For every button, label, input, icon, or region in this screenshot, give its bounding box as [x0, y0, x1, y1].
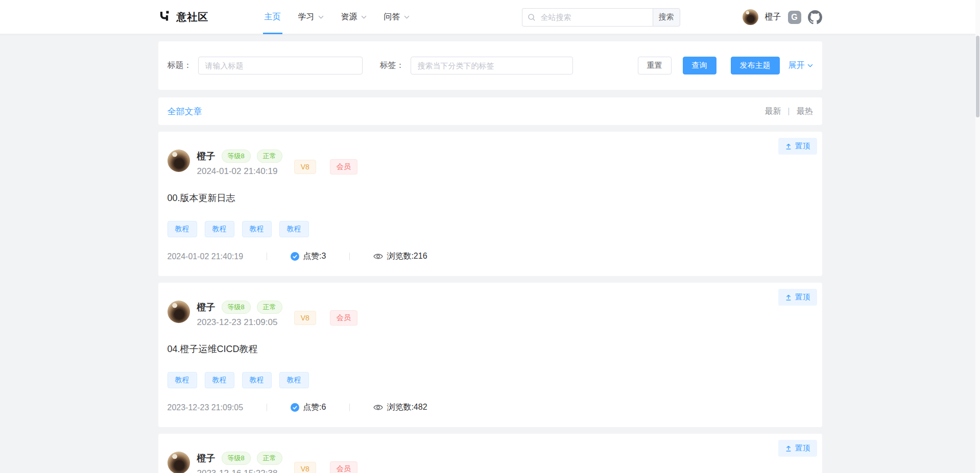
level-badge: 等级8 [222, 452, 251, 465]
views-stat: 浏览数:482 [373, 402, 427, 413]
sort-latest[interactable]: 最新 [764, 106, 781, 117]
post-tags: 教程教程教程教程 [168, 372, 813, 388]
title-filter-label: 标题： [168, 60, 192, 71]
nav-tab-resources[interactable]: 资源 [332, 0, 375, 34]
user-area: 橙子 G [743, 9, 822, 25]
footer-divider [349, 404, 350, 411]
likes-label: 点赞:6 [303, 402, 326, 413]
vip-badge: V8 [294, 462, 316, 473]
post-date: 2023-12-23 21:09:05 [197, 317, 282, 328]
nav-tab-label: 资源 [341, 12, 357, 22]
article-list-header: 全部文章 最新 | 最热 [158, 97, 822, 125]
search-input[interactable] [522, 8, 653, 27]
chevron-down-icon [807, 64, 813, 67]
author-avatar[interactable] [168, 452, 190, 473]
check-circle-icon [291, 403, 299, 412]
tag-filter-label: 标签： [380, 60, 404, 71]
post-card: 置顶 橙子 等级8 正常 2023-12-16 15:22:38 V8 会员 [158, 434, 822, 473]
all-articles-tab[interactable]: 全部文章 [168, 106, 202, 117]
tag-filter-input[interactable] [411, 57, 573, 74]
query-button[interactable]: 查询 [683, 57, 716, 74]
post-tag[interactable]: 教程 [242, 372, 272, 388]
post-tag[interactable]: 教程 [205, 221, 234, 237]
author-name[interactable]: 橙子 [197, 301, 216, 313]
post-card: 置顶 橙子 等级8 正常 2023-12-23 21:09:05 V8 会员 0… [158, 283, 822, 427]
post-tag[interactable]: 教程 [168, 221, 197, 237]
pin-label: 置顶 [795, 141, 810, 151]
chevron-down-icon [361, 15, 367, 19]
post-footer: 2024-01-02 21:40:19 点赞:3 浏览数:216 [168, 251, 813, 262]
post-tag[interactable]: 教程 [242, 221, 272, 237]
level-badge: 等级8 [222, 301, 251, 314]
post-date: 2024-01-02 21:40:19 [197, 166, 282, 177]
nav-tab-qa[interactable]: 问答 [375, 0, 418, 34]
post-tag[interactable]: 教程 [279, 372, 309, 388]
site-title: 意社区 [177, 10, 209, 24]
publish-topic-button[interactable]: 发布主题 [731, 57, 780, 74]
likes-stat: 点赞:3 [291, 251, 326, 262]
scrollbar-track [975, 0, 980, 473]
user-avatar[interactable] [743, 9, 758, 25]
nav-tab-learn[interactable]: 学习 [290, 0, 332, 34]
author-name[interactable]: 橙子 [197, 452, 216, 464]
pin-button[interactable]: 置顶 [778, 138, 817, 155]
search-button[interactable]: 搜索 [653, 8, 680, 27]
post-tag[interactable]: 教程 [205, 372, 234, 388]
views-stat: 浏览数:216 [373, 251, 427, 262]
sort-divider: | [787, 107, 790, 116]
footer-divider [349, 253, 350, 260]
nav-tab-label: 问答 [384, 12, 400, 22]
eye-icon [373, 253, 383, 260]
member-badge: 会员 [330, 159, 357, 175]
site-brand[interactable]: 意社区 [158, 10, 209, 25]
expand-label: 展开 [788, 60, 805, 71]
vip-badge: V8 [294, 160, 316, 174]
pin-button[interactable]: 置顶 [778, 289, 817, 306]
filter-bar: 标题： 标签： 重置 查询 发布主题 展开 [158, 41, 822, 90]
sort-hottest[interactable]: 最热 [797, 106, 813, 117]
gitee-icon[interactable]: G [788, 11, 801, 24]
post-card: 置顶 橙子 等级8 正常 2024-01-02 21:40:19 V8 会员 0… [158, 132, 822, 276]
post-header: 橙子 等级8 正常 2024-01-02 21:40:19 V8 会员 [168, 150, 813, 177]
post-header: 橙子 等级8 正常 2023-12-16 15:22:38 V8 会员 [168, 452, 813, 473]
vip-badge: V8 [294, 311, 316, 325]
upload-arrow-icon [785, 294, 792, 301]
expand-toggle[interactable]: 展开 [788, 60, 813, 71]
post-date: 2023-12-16 15:22:38 [197, 468, 282, 473]
author-avatar[interactable] [168, 301, 190, 323]
nav-tab-label: 学习 [298, 12, 315, 22]
reset-button[interactable]: 重置 [638, 57, 672, 74]
pin-button[interactable]: 置顶 [778, 440, 817, 457]
site-search: 搜索 [522, 8, 680, 27]
post-header: 橙子 等级8 正常 2023-12-23 21:09:05 V8 会员 [168, 301, 813, 328]
likes-stat: 点赞:6 [291, 402, 326, 413]
chevron-down-icon [318, 15, 324, 19]
post-title[interactable]: 00.版本更新日志 [168, 192, 813, 204]
post-footer: 2023-12-23 21:09:05 点赞:6 浏览数:482 [168, 402, 813, 413]
footer-date: 2024-01-02 21:40:19 [168, 252, 244, 261]
footer-divider [267, 404, 267, 411]
nav-tab-home[interactable]: 主页 [256, 0, 290, 34]
pin-label: 置顶 [795, 292, 810, 302]
username[interactable]: 橙子 [765, 12, 781, 22]
pin-label: 置顶 [795, 443, 810, 453]
status-badge: 正常 [257, 452, 282, 465]
title-filter-input[interactable] [198, 57, 363, 74]
github-icon[interactable] [808, 10, 822, 24]
views-label: 浏览数:482 [387, 402, 427, 413]
scrollbar-thumb[interactable] [976, 36, 979, 117]
eye-icon [373, 404, 383, 411]
upload-arrow-icon [785, 143, 792, 150]
upload-arrow-icon [785, 445, 792, 452]
top-header: 意社区 主页 学习 资源 问答 [0, 0, 980, 34]
post-title[interactable]: 04.橙子运维CICD教程 [168, 343, 813, 355]
post-tag[interactable]: 教程 [279, 221, 309, 237]
footer-date: 2023-12-23 21:09:05 [168, 403, 244, 412]
author-name[interactable]: 橙子 [197, 150, 216, 162]
footer-divider [267, 253, 267, 260]
author-avatar[interactable] [168, 150, 190, 172]
likes-label: 点赞:3 [303, 251, 326, 262]
post-tag[interactable]: 教程 [168, 372, 197, 388]
check-circle-icon [291, 252, 299, 261]
post-tags: 教程教程教程教程 [168, 221, 813, 237]
